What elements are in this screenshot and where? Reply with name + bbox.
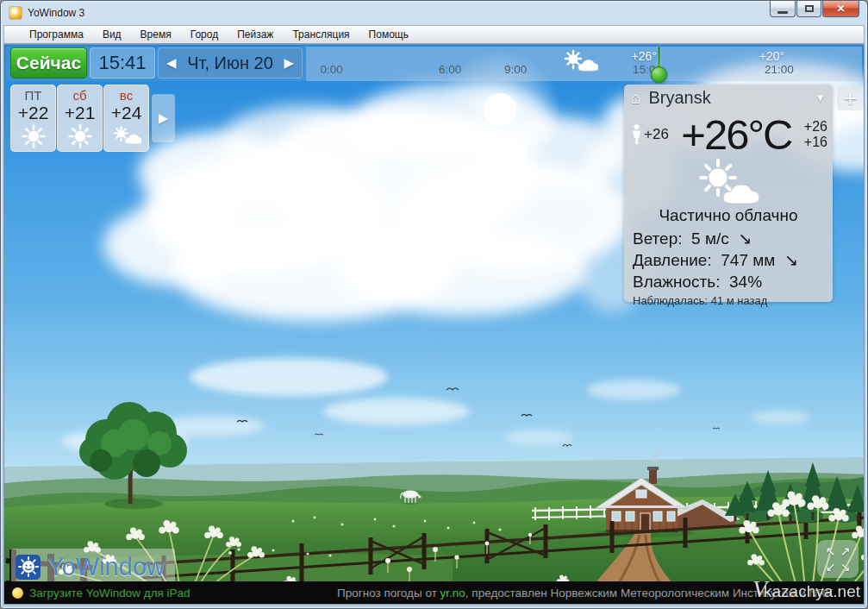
day-temp: +21 bbox=[65, 103, 96, 123]
client-area: Сейчас 15:41 ◀ Чт, Июн 20 ▶ 0:00 6:00 9:… bbox=[3, 44, 865, 605]
yrno-link[interactable]: yr.no bbox=[440, 587, 465, 600]
expand-icon: ↖ bbox=[826, 545, 836, 557]
date-navigator: ◀ Чт, Июн 20 ▶ bbox=[158, 47, 303, 78]
forecast-strip: ПТ +22 сб +21 bbox=[10, 85, 175, 152]
menu-landscape[interactable]: Пейзаж bbox=[228, 26, 283, 43]
wind-value: 5 м/с bbox=[691, 229, 729, 248]
high-low: +26 +16 bbox=[804, 119, 827, 150]
sun-smiley-icon bbox=[16, 555, 41, 580]
minimize-icon bbox=[777, 11, 788, 14]
ipad-promo-link[interactable]: Загрузите YoWindow для iPad bbox=[29, 587, 190, 600]
timeline-tick: 6:00 bbox=[439, 63, 461, 76]
feels-like: +26 bbox=[631, 124, 669, 145]
forecast-day-saturday[interactable]: сб +21 bbox=[57, 85, 103, 152]
location-name[interactable]: Bryansk bbox=[648, 88, 815, 108]
sun-icon bbox=[68, 124, 92, 148]
attribution-prefix: Прогноз погоды от bbox=[337, 587, 440, 600]
forecast-expand-button[interactable]: ▶ bbox=[152, 94, 175, 142]
expand-icon: ↗ bbox=[840, 545, 851, 557]
wind-direction-icon: ↘ bbox=[738, 229, 752, 248]
close-icon: ✕ bbox=[836, 3, 845, 15]
timeline[interactable]: 0:00 6:00 9:00 15:00 21:00 +26° +20° bbox=[306, 47, 862, 81]
timeline-temp-marker: +26° bbox=[631, 49, 656, 63]
day-label: ПТ bbox=[25, 88, 42, 103]
window-title: YoWindow 3 bbox=[28, 7, 84, 19]
sun-cloud-icon bbox=[562, 50, 598, 72]
person-icon bbox=[631, 124, 642, 145]
menu-view[interactable]: Вид bbox=[93, 26, 131, 43]
feels-like-value: +26 bbox=[644, 126, 669, 143]
time-display[interactable]: 15:41 bbox=[90, 47, 155, 78]
menu-city[interactable]: Город bbox=[181, 26, 228, 43]
home-icon: ⌂ bbox=[631, 89, 640, 108]
day-temp: +22 bbox=[18, 103, 49, 123]
high-temp: +26 bbox=[804, 119, 827, 134]
maximize-button[interactable] bbox=[796, 1, 821, 17]
observed-time: Наблюдалась: 41 м назад bbox=[624, 292, 833, 307]
menu-bar: Программа Вид Время Город Пейзаж Трансля… bbox=[3, 25, 865, 44]
forecast-day-friday[interactable]: ПТ +22 bbox=[10, 85, 56, 152]
location-header[interactable]: ⌂ Bryansk ▼ bbox=[624, 85, 833, 110]
title-bar[interactable]: YoWindow 3 ✕ bbox=[1, 1, 867, 25]
forecast-day-sunday[interactable]: вс +24 bbox=[103, 85, 149, 152]
menu-program[interactable]: Программа bbox=[20, 26, 93, 43]
attribution-text: Прогноз погоды от yr.no, предоставлен Но… bbox=[337, 587, 856, 600]
menu-time[interactable]: Время bbox=[131, 26, 181, 43]
pressure-label: Давление: bbox=[633, 251, 712, 269]
logo-text: YoWindow bbox=[47, 553, 165, 581]
wind-row: Ветер: 5 м/с ↘ bbox=[624, 228, 833, 249]
next-day-button[interactable]: ▶ bbox=[284, 55, 294, 71]
pressure-row: Давление: 747 мм ↘ bbox=[624, 249, 833, 271]
time-slider-handle[interactable] bbox=[651, 66, 667, 83]
timeline-tick: 0:00 bbox=[321, 63, 343, 76]
condition-text: Частично облачно bbox=[624, 206, 833, 228]
expand-icon: ↘ bbox=[840, 561, 851, 573]
menu-help[interactable]: Помощь bbox=[359, 26, 418, 43]
low-temp: +16 bbox=[804, 135, 827, 149]
minimize-button[interactable] bbox=[770, 1, 796, 17]
timeline-temp-marker: +20° bbox=[759, 49, 784, 63]
humidity-row: Влажность: 34% bbox=[624, 271, 833, 292]
toolbar: Сейчас 15:41 ◀ Чт, Июн 20 ▶ 0:00 6:00 9:… bbox=[6, 47, 862, 81]
pressure-value: 747 мм bbox=[721, 251, 775, 269]
humidity-value: 34% bbox=[729, 273, 762, 291]
sun-icon bbox=[22, 124, 46, 148]
pressure-trend-icon: ↘ bbox=[784, 251, 798, 269]
fullscreen-button[interactable]: ↖ ↗ ↙ ↘ bbox=[817, 540, 859, 578]
day-label: вс bbox=[120, 88, 133, 103]
day-temp: +24 bbox=[111, 103, 142, 123]
condition-icon-row bbox=[624, 158, 833, 206]
wind-label: Ветер: bbox=[633, 229, 683, 248]
menu-broadcast[interactable]: Трансляция bbox=[283, 26, 359, 43]
timeline-tick: 9:00 bbox=[504, 63, 527, 76]
status-bar: Загрузите YoWindow для iPad Прогноз пого… bbox=[4, 581, 864, 604]
close-button[interactable]: ✕ bbox=[822, 1, 859, 17]
chevron-down-icon[interactable]: ▼ bbox=[815, 91, 826, 104]
current-temperature: +26°C bbox=[669, 112, 804, 157]
chevron-right-icon: ▶ bbox=[159, 110, 169, 126]
maximize-icon bbox=[805, 5, 814, 12]
sun-cloud-icon bbox=[112, 124, 141, 147]
prev-day-button[interactable]: ◀ bbox=[166, 55, 177, 71]
app-window: YoWindow 3 ✕ Программа Вид Время Город П… bbox=[0, 0, 868, 609]
yowindow-logo[interactable]: YoWindow bbox=[11, 549, 175, 585]
day-label: сб bbox=[72, 88, 86, 103]
temperature-row: +26 +26°C +26 +16 bbox=[624, 110, 833, 158]
humidity-label: Влажность: bbox=[633, 273, 720, 291]
sun-badge-icon bbox=[12, 587, 23, 599]
date-label: Чт, Июн 20 bbox=[187, 53, 273, 73]
app-icon bbox=[9, 6, 22, 20]
sun-cloud-icon bbox=[695, 159, 762, 205]
timeline-tick: 21:00 bbox=[765, 63, 794, 76]
expand-icon: ↙ bbox=[826, 561, 836, 573]
attribution-suffix: , предоставлен Норвежским Метеорологичес… bbox=[465, 587, 834, 600]
weather-panel: ⌂ Bryansk ▼ +26 +26°C +26 +16 bbox=[624, 85, 833, 302]
add-location-button[interactable]: + bbox=[837, 85, 864, 110]
plus-icon: + bbox=[844, 87, 858, 110]
now-button[interactable]: Сейчас bbox=[10, 47, 87, 78]
